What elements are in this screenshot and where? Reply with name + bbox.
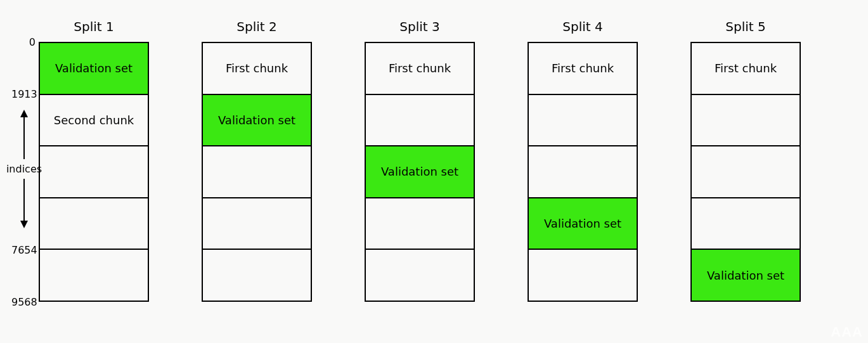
split-column-5: First chunk Validation set	[690, 42, 801, 302]
chunk-label: First chunk	[715, 61, 777, 75]
tick-7654: 7654	[11, 244, 36, 256]
chunk-label: First chunk	[389, 61, 451, 75]
chunk-s2-4	[202, 249, 312, 302]
svg-marker-1	[20, 110, 28, 117]
split-column-4: First chunk Validation set	[528, 42, 638, 302]
chunk-s4-2	[528, 145, 638, 197]
chunk-s5-4: Validation set	[690, 249, 801, 302]
chunk-label: Validation set	[707, 269, 784, 282]
split-title-5: Split 5	[690, 19, 801, 34]
chunk-label: First chunk	[552, 61, 614, 75]
split-column-1: Validation set Second chunk	[39, 42, 149, 302]
split-title-1: Split 1	[39, 19, 149, 34]
chunk-s3-1	[365, 94, 475, 146]
chunk-s1-1: Second chunk	[39, 94, 149, 146]
tick-9568: 9568	[11, 296, 36, 308]
chunk-label: First chunk	[226, 61, 288, 75]
chunk-s4-1	[528, 94, 638, 146]
chunk-label: Validation set	[381, 165, 458, 178]
chunk-s2-1: Validation set	[202, 94, 312, 146]
split-title-3: Split 3	[365, 19, 475, 34]
chunk-s3-4	[365, 249, 475, 302]
cv-split-diagram: Split 1 Split 2 Split 3 Split 4 Split 5 …	[0, 0, 868, 343]
chunk-s3-2: Validation set	[365, 145, 475, 197]
chunk-s3-3	[365, 197, 475, 249]
chunk-s2-0: First chunk	[202, 42, 312, 94]
indices-axis: indices	[6, 99, 42, 238]
chunk-s5-2	[690, 145, 801, 197]
chunk-s5-0: First chunk	[690, 42, 801, 94]
chunk-s4-4	[528, 249, 638, 302]
chunk-label: Validation set	[544, 217, 621, 230]
chunk-s3-0: First chunk	[365, 42, 475, 94]
chunk-s4-0: First chunk	[528, 42, 638, 94]
chunk-s2-3	[202, 197, 312, 249]
chunk-label: Second chunk	[54, 113, 134, 127]
chunk-s1-4	[39, 249, 149, 302]
chunk-label: Validation set	[55, 61, 133, 75]
split-title-4: Split 4	[528, 19, 638, 34]
axis-label: indices	[6, 163, 42, 175]
chunk-s5-1	[690, 94, 801, 146]
split-column-3: First chunk Validation set	[365, 42, 475, 302]
chunk-s4-3: Validation set	[528, 197, 638, 249]
chunk-label: Validation set	[218, 113, 295, 127]
chunk-s2-2	[202, 145, 312, 197]
chunk-s1-2	[39, 145, 149, 197]
chunk-s1-3	[39, 197, 149, 249]
arrow-up-icon	[20, 110, 29, 159]
watermark: AAA	[831, 324, 863, 340]
tick-1913: 1913	[11, 88, 36, 100]
arrow-down-icon	[20, 179, 29, 228]
split-column-2: First chunk Validation set	[202, 42, 312, 302]
tick-0: 0	[11, 36, 36, 48]
chunk-s1-0: Validation set	[39, 42, 149, 94]
split-title-2: Split 2	[202, 19, 312, 34]
chunk-s5-3	[690, 197, 801, 249]
svg-marker-3	[20, 221, 28, 228]
